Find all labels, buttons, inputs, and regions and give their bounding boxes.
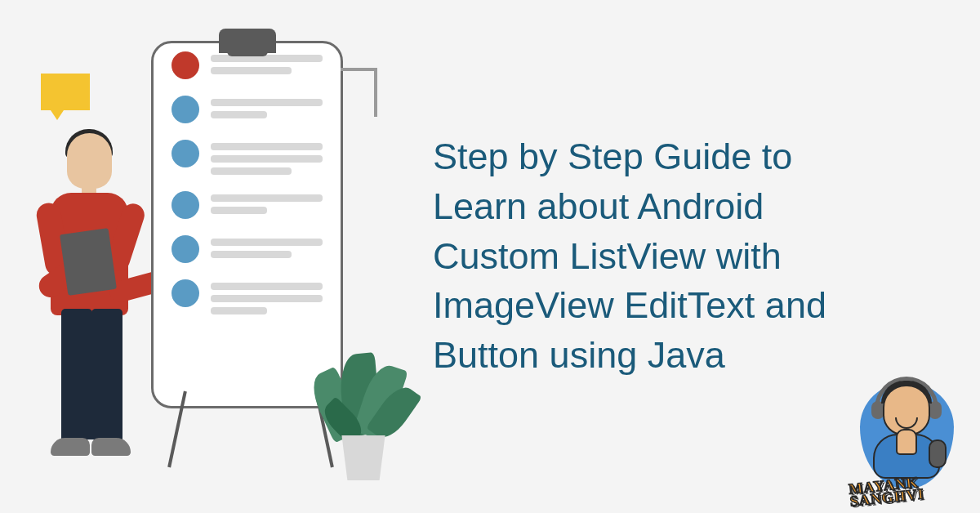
list-item <box>154 227 341 271</box>
logo-text: MAYANK SANGHVI <box>849 476 925 509</box>
corner-bracket-icon <box>341 68 377 117</box>
bullet-icon <box>172 235 199 263</box>
list-item <box>154 87 341 132</box>
clipboard-clip-icon <box>219 29 276 53</box>
bullet-icon <box>172 191 199 219</box>
person-illustration <box>33 121 147 472</box>
plant-pot <box>335 435 392 480</box>
title-section: Step by Step Guide to Learn about Androi… <box>408 132 980 381</box>
bullet-icon <box>172 51 199 79</box>
bullet-icon <box>172 96 199 123</box>
author-logo: MAYANK SANGHVI <box>853 378 960 501</box>
bullet-icon <box>172 140 199 167</box>
list-item <box>154 132 341 183</box>
list-item <box>154 271 341 323</box>
plant-illustration <box>318 333 408 480</box>
thumbsup-icon <box>896 429 917 455</box>
banner-container: Step by Step Guide to Learn about Androi… <box>0 0 980 513</box>
speech-bubble-icon <box>41 74 90 110</box>
list-item <box>154 183 341 227</box>
illustration-area <box>0 0 408 513</box>
microphone-icon <box>929 439 947 468</box>
whiteboard-list <box>151 41 343 408</box>
folder-icon <box>60 228 117 296</box>
bullet-icon <box>172 279 199 307</box>
page-title: Step by Step Guide to Learn about Androi… <box>433 132 833 381</box>
